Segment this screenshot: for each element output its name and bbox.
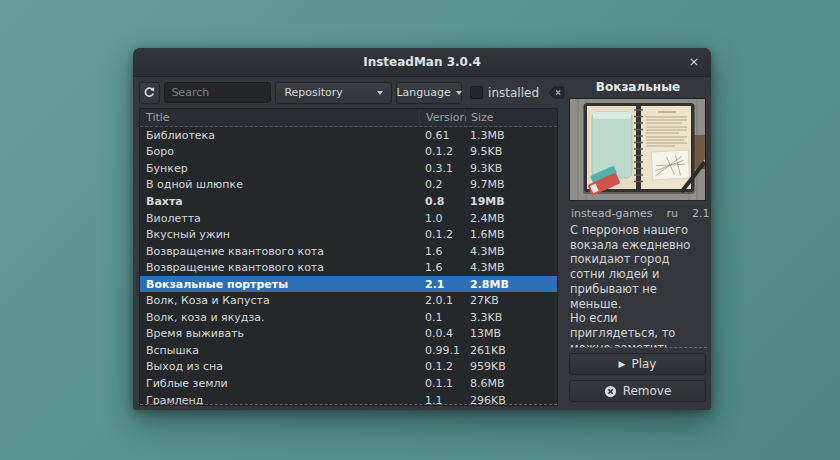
table-row[interactable]: Возвращение квантового кота1.64.3MB	[140, 243, 557, 260]
game-detail-panel: Вокзальные портреты	[565, 77, 711, 410]
game-title-cell: Волк, коза и якудза.	[140, 311, 419, 324]
game-title-cell: Возвращение квантового кота	[140, 261, 419, 274]
table-row[interactable]: Вокзальные портреты2.12.8MB	[140, 276, 557, 293]
play-button-label: Play	[631, 357, 656, 371]
table-row[interactable]: Библиотека0.611.3MB	[140, 127, 557, 144]
game-size-cell: 959KB	[464, 360, 557, 373]
column-header-version[interactable]: Version	[419, 109, 464, 126]
game-title-cell: В одной шлюпке	[140, 178, 419, 191]
game-size-cell: 3.3KB	[464, 311, 557, 324]
refresh-button[interactable]	[139, 82, 160, 104]
game-version-cell: 0.1.2	[419, 228, 464, 241]
table-row[interactable]: В одной шлюпке0.29.7MB	[140, 177, 557, 194]
insteadman-window: InsteadMan 3.0.4 × Repository Language	[133, 48, 711, 410]
game-title-cell: Вахта	[140, 195, 419, 208]
table-clip-indicator	[140, 404, 557, 405]
game-size-cell: 19MB	[464, 195, 557, 208]
chevron-down-icon	[456, 91, 462, 95]
chevron-down-icon	[377, 91, 383, 95]
game-size-cell: 4.3MB	[464, 261, 557, 274]
games-table-body: Библиотека0.611.3MBБоро0.1.29.5KBБункер0…	[140, 127, 557, 406]
game-size-cell: 13MB	[464, 327, 557, 340]
installed-checkbox-label: installed	[488, 86, 539, 100]
installed-checkbox[interactable]: installed	[470, 86, 539, 100]
game-title-cell: Виолетта	[140, 212, 419, 225]
table-row[interactable]: Вспышка0.99.1261KB	[140, 342, 557, 359]
game-title-cell: Боро	[140, 145, 419, 158]
game-size-cell: 2.4MB	[464, 212, 557, 225]
game-version-cell: 0.1	[419, 311, 464, 324]
play-icon: ▶	[619, 359, 626, 369]
table-row[interactable]: Возвращение квантового кота1.64.3MB	[140, 259, 557, 276]
table-row[interactable]: Боро0.1.29.5KB	[140, 144, 557, 161]
table-header[interactable]: Title Version Size	[140, 109, 557, 127]
game-version-cell: 0.0.4	[419, 327, 464, 340]
game-cover-image	[569, 98, 706, 201]
game-repository: instead-games	[571, 207, 652, 220]
game-version-cell: 1.0	[419, 212, 464, 225]
table-row[interactable]: Волк, Коза и Капуста2.0.127KB	[140, 292, 557, 309]
repository-dropdown-label: Repository	[284, 86, 343, 99]
clear-filter-button[interactable]	[548, 86, 565, 99]
remove-button-label: Remove	[623, 384, 672, 398]
table-row[interactable]: Волк, коза и якудза.0.13.3KB	[140, 309, 557, 326]
game-version-cell: 0.1.1	[419, 377, 464, 390]
table-row[interactable]: Вкусный ужин0.1.21.6MB	[140, 226, 557, 243]
language-dropdown[interactable]: Language	[396, 82, 462, 104]
game-size-cell: 261KB	[464, 344, 557, 357]
play-button[interactable]: ▶ Play	[569, 353, 706, 375]
game-title-cell: Выход из сна	[140, 360, 419, 373]
game-version-cell: 1.6	[419, 261, 464, 274]
table-row[interactable]: Вахта0.819MB	[140, 193, 557, 210]
game-size-cell: 27KB	[464, 294, 557, 307]
game-size-cell: 4.3MB	[464, 245, 557, 258]
game-version-cell: 2.1	[419, 278, 464, 291]
close-icon[interactable]: ×	[684, 52, 704, 72]
game-title-cell: Волк, Коза и Капуста	[140, 294, 419, 307]
repository-dropdown[interactable]: Repository	[275, 82, 392, 104]
remove-icon	[604, 385, 617, 398]
game-version-cell: 0.1.2	[419, 360, 464, 373]
games-table: Title Version Size Библиотека0.611.3MBБо…	[139, 108, 558, 406]
table-row[interactable]: Бункер0.3.19.3KB	[140, 160, 557, 177]
language-dropdown-label: Language	[396, 86, 450, 99]
titlebar[interactable]: InsteadMan 3.0.4 ×	[133, 48, 711, 77]
backspace-icon	[548, 86, 565, 99]
game-version-cell: 0.3.1	[419, 162, 464, 175]
game-size-cell: 9.3KB	[464, 162, 557, 175]
game-title-cell: Гиблые земли	[140, 377, 419, 390]
table-row[interactable]: Выход из сна0.1.2959KB	[140, 359, 557, 376]
game-title-cell: Бункер	[140, 162, 419, 175]
game-version: 2.1	[692, 207, 710, 220]
game-version-cell: 0.99.1	[419, 344, 464, 357]
game-description: С перронов нашего вокзала ежедневно поки…	[570, 223, 707, 348]
game-size-cell: 2.8MB	[464, 278, 557, 291]
game-title-cell: Вкусный ужин	[140, 228, 419, 241]
game-title-cell: Вокзальные портреты	[140, 278, 419, 291]
game-version-cell: 1.6	[419, 245, 464, 258]
game-meta: instead-games ru 2.1	[571, 206, 711, 220]
search-input[interactable]	[164, 82, 271, 103]
game-size-cell: 1.6MB	[464, 228, 557, 241]
checkbox-box[interactable]	[470, 86, 483, 99]
game-size-cell: 9.7MB	[464, 178, 557, 191]
game-version-cell: 0.8	[419, 195, 464, 208]
game-version-cell: 0.2	[419, 178, 464, 191]
column-header-title[interactable]: Title	[140, 109, 419, 126]
game-size-cell: 9.5KB	[464, 145, 557, 158]
table-row[interactable]: Виолетта1.02.4MB	[140, 210, 557, 227]
game-size-cell: 1.3MB	[464, 129, 557, 142]
game-title-cell: Время выживать	[140, 327, 419, 340]
column-header-size[interactable]: Size	[464, 109, 557, 126]
game-size-cell: 8.6MB	[464, 377, 557, 390]
game-title-cell: Вспышка	[140, 344, 419, 357]
game-title-cell: Возвращение квантового кота	[140, 245, 419, 258]
game-version-cell: 0.1.2	[419, 145, 464, 158]
table-row[interactable]: Время выживать0.0.413MB	[140, 326, 557, 343]
remove-button[interactable]: Remove	[569, 380, 706, 402]
main-column: Repository Language installed	[133, 77, 565, 410]
game-detail-title: Вокзальные портреты	[565, 79, 711, 97]
game-language: ru	[666, 207, 678, 220]
toolbar: Repository Language installed	[133, 77, 565, 108]
table-row[interactable]: Гиблые земли0.1.18.6MB	[140, 375, 557, 392]
